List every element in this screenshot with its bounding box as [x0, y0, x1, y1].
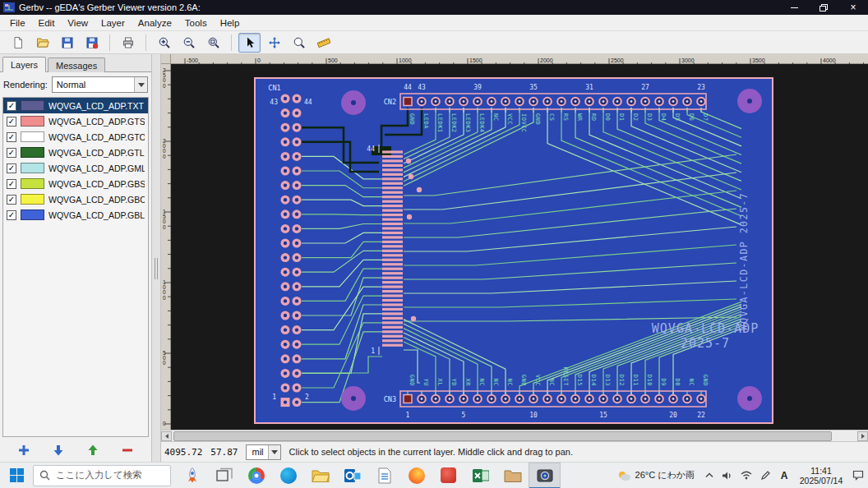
- rendering-select[interactable]: Normal: [52, 76, 148, 93]
- layer-color-swatch[interactable]: [21, 131, 44, 142]
- maximize-button[interactable]: [809, 0, 838, 15]
- app-excel-button[interactable]: [464, 463, 496, 488]
- taskbar-clock[interactable]: 11:41 2025/07/14: [794, 463, 848, 488]
- svg-text:D9: D9: [660, 379, 667, 386]
- volume-button[interactable]: [718, 463, 736, 488]
- svg-text:CS: CS: [548, 113, 555, 121]
- pcb-viewport[interactable]: CN1434412CN244433935312723CN315101520224…: [171, 64, 868, 430]
- horizontal-scrollbar[interactable]: [161, 430, 868, 441]
- menu-file[interactable]: File: [3, 16, 32, 30]
- layer-color-swatch[interactable]: [21, 178, 44, 189]
- print-button[interactable]: [117, 33, 139, 53]
- start-button[interactable]: [0, 463, 33, 488]
- network-button[interactable]: [736, 463, 756, 488]
- menu-analyze[interactable]: Analyze: [132, 16, 178, 30]
- layer-color-swatch[interactable]: [21, 209, 44, 220]
- zoom-fit-button[interactable]: [202, 33, 224, 53]
- layer-row[interactable]: ✓WQVGA_LCD_ADP.GTO: [3, 129, 148, 145]
- app-outlook-button[interactable]: [336, 463, 368, 488]
- app-taskview-button[interactable]: [208, 463, 240, 488]
- menu-layer[interactable]: Layer: [95, 16, 132, 30]
- zoom-in-button[interactable]: [153, 33, 175, 53]
- layer-visibility-checkbox[interactable]: ✓: [7, 132, 16, 142]
- minimize-button[interactable]: [779, 0, 809, 15]
- ime-indicator[interactable]: A: [774, 463, 794, 488]
- app-document-button[interactable]: [368, 463, 400, 488]
- zoom-tool-button[interactable]: [288, 33, 310, 53]
- menu-view[interactable]: View: [61, 16, 95, 30]
- layer-row[interactable]: ✓WQVGA_LCD_ADP.GTL: [3, 145, 148, 160]
- menu-help[interactable]: Help: [214, 16, 247, 30]
- layer-visibility-checkbox[interactable]: ✓: [7, 117, 16, 127]
- layer-visibility-checkbox[interactable]: ✓: [7, 195, 16, 205]
- weather-widget[interactable]: 26°C にわか雨: [610, 463, 701, 488]
- layer-color-swatch[interactable]: [21, 116, 44, 127]
- open-file-button[interactable]: [31, 33, 53, 53]
- unit-select[interactable]: mil: [246, 444, 280, 460]
- pointer-tool-button[interactable]: [238, 33, 261, 53]
- close-button[interactable]: ×: [838, 0, 868, 15]
- layer-row[interactable]: ✓WQVGA_LCD_ADP.GBO: [3, 191, 148, 207]
- layer-row[interactable]: ✓WQVGA_LCD_ADP.GBS: [3, 176, 148, 191]
- svg-text:D14: D14: [590, 375, 597, 386]
- ruler-corner: [161, 54, 171, 64]
- svg-text:-500: -500: [187, 58, 198, 63]
- app-explorer-button[interactable]: [304, 463, 336, 488]
- layer-row[interactable]: ✓WQVGA_LCD_ADP.GML: [3, 160, 148, 176]
- menu-edit[interactable]: Edit: [32, 16, 62, 30]
- svg-text:1500: 1500: [469, 58, 482, 63]
- svg-text:D10: D10: [646, 375, 653, 386]
- app-chrome-button[interactable]: [240, 463, 272, 488]
- layer-visibility-checkbox[interactable]: ✓: [7, 148, 16, 158]
- panel-splitter[interactable]: [151, 54, 161, 462]
- app-files-button[interactable]: [496, 463, 529, 488]
- pan-tool-button[interactable]: [263, 33, 285, 53]
- layer-row[interactable]: ✓WQVGA_LCD_ADP.TXT: [3, 98, 148, 113]
- app-rocket-button[interactable]: [176, 463, 208, 488]
- layer-visibility-checkbox[interactable]: ✓: [7, 179, 16, 189]
- add-layer-button[interactable]: [14, 441, 34, 459]
- menu-tools[interactable]: Tools: [178, 16, 214, 30]
- move-layer-down-button[interactable]: [48, 441, 68, 459]
- svg-text:2: 2: [305, 394, 309, 401]
- move-layer-up-button[interactable]: [83, 441, 103, 459]
- tab-messages[interactable]: Messages: [48, 58, 105, 72]
- layer-visibility-checkbox[interactable]: ✓: [7, 101, 16, 111]
- layer-color-swatch[interactable]: [21, 100, 44, 111]
- measure-tool-button[interactable]: [312, 33, 335, 53]
- app-firefox-button[interactable]: [400, 463, 432, 488]
- remove-layer-button[interactable]: [118, 441, 137, 459]
- svg-text:WR: WR: [576, 113, 583, 122]
- layer-color-swatch[interactable]: [21, 194, 44, 205]
- layer-color-swatch[interactable]: [21, 147, 44, 158]
- chevron-down-icon[interactable]: [134, 77, 147, 92]
- taskbar-search-input[interactable]: ここに入力して検索: [33, 465, 171, 486]
- tab-layers[interactable]: Layers: [2, 57, 46, 72]
- pen-button[interactable]: [756, 463, 774, 488]
- minimize-icon: [791, 7, 798, 8]
- scrollbar-thumb[interactable]: [173, 431, 832, 441]
- svg-text:2000: 2000: [163, 138, 166, 159]
- app-red-button[interactable]: [432, 463, 464, 488]
- layer-visibility-checkbox[interactable]: ✓: [7, 210, 16, 220]
- save-button[interactable]: [56, 33, 78, 53]
- layer-row[interactable]: ✓WQVGA_LCD_ADP.GTS: [3, 113, 148, 129]
- scroll-left-arrow-icon[interactable]: [161, 431, 172, 441]
- new-file-button[interactable]: [7, 33, 29, 53]
- layer-row[interactable]: ✓WQVGA_LCD_ADP.GBL: [3, 207, 148, 223]
- app-gerbv-button[interactable]: [529, 463, 561, 488]
- page-icon: [12, 36, 25, 49]
- zoom-out-button[interactable]: [178, 33, 200, 53]
- chevron-down-icon[interactable]: [268, 445, 280, 459]
- svg-text:D0: D0: [604, 113, 611, 121]
- notification-center-button[interactable]: [848, 463, 868, 488]
- layer-visibility-checkbox[interactable]: ✓: [7, 163, 16, 173]
- app-edge-button[interactable]: [272, 463, 304, 488]
- layer-color-swatch[interactable]: [21, 163, 44, 173]
- tray-expand-button[interactable]: [701, 463, 718, 488]
- save-as-button[interactable]: [81, 33, 103, 53]
- close-icon: ×: [850, 2, 856, 13]
- svg-text:XL: XL: [436, 379, 443, 386]
- scroll-right-arrow-icon[interactable]: [857, 431, 868, 441]
- svg-text:NC: NC: [548, 379, 555, 386]
